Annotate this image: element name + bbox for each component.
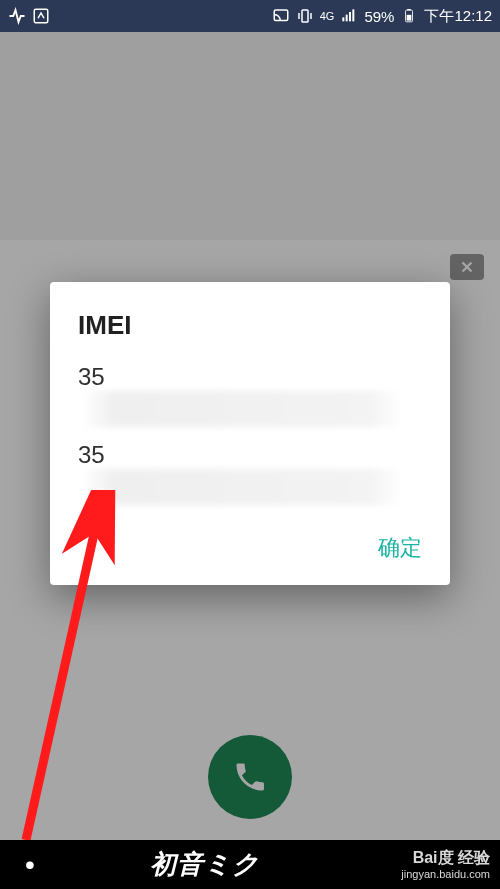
- watermark: Bai度 经验 jingyan.baidu.com: [350, 848, 500, 880]
- clock: 下午12:12: [424, 7, 492, 26]
- status-bar: 4G 59% 下午12:12: [0, 0, 500, 32]
- screenshot-icon: [32, 7, 50, 25]
- vibrate-icon: [296, 7, 314, 25]
- svg-rect-2: [302, 10, 308, 22]
- ok-button[interactable]: 确定: [78, 533, 422, 563]
- svg-rect-5: [343, 17, 345, 21]
- imei-value-1: 35: [78, 363, 422, 427]
- battery-icon: [400, 7, 418, 25]
- battery-percent: 59%: [364, 8, 394, 25]
- signal-icon: [340, 7, 358, 25]
- svg-rect-8: [353, 9, 355, 21]
- network-label: 4G: [320, 11, 335, 22]
- bottom-center-label: 初音ミク: [60, 847, 350, 882]
- svg-rect-7: [349, 12, 351, 21]
- bottom-bar: • 初音ミク Bai度 经验 jingyan.baidu.com: [0, 840, 500, 889]
- imei-dialog: IMEI 35 35 确定: [50, 282, 450, 585]
- imei-value-2: 35: [78, 441, 422, 505]
- redacted-area: [82, 469, 402, 505]
- svg-rect-11: [408, 9, 412, 10]
- watermark-url: jingyan.baidu.com: [350, 868, 490, 881]
- svg-rect-0: [34, 9, 48, 23]
- dialog-title: IMEI: [78, 310, 422, 341]
- nav-dot[interactable]: •: [0, 851, 60, 879]
- svg-rect-6: [346, 15, 348, 22]
- svg-rect-10: [407, 15, 412, 21]
- redacted-area: [82, 391, 402, 427]
- watermark-brand: Bai度 经验: [350, 848, 490, 867]
- activity-icon: [8, 7, 26, 25]
- cast-icon: [272, 7, 290, 25]
